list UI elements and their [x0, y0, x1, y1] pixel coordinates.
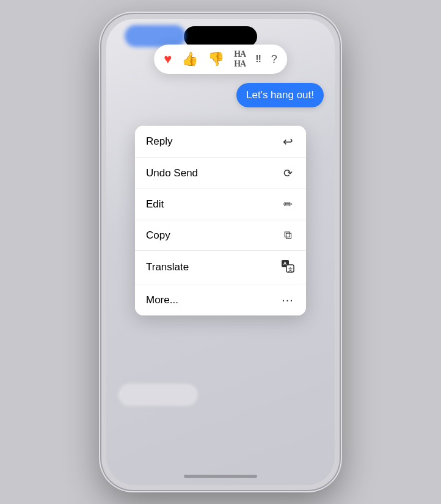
reaction-bar: ♥ 👍 👎 HAHA ‼ ? — [154, 45, 287, 74]
phone-frame: ♥ 👍 👎 HAHA ‼ ? Let's hang out! Reply ↩ U… — [101, 14, 340, 490]
more-icon: ··· — [280, 293, 295, 307]
undo-send-icon: ⟳ — [280, 167, 295, 180]
bg-bubble-blur-top — [125, 25, 186, 47]
reaction-haha[interactable]: HAHA — [234, 49, 246, 69]
menu-item-more-label: More... — [146, 294, 178, 306]
reaction-emphasis[interactable]: ‼ — [255, 54, 261, 65]
menu-item-reply-label: Reply — [146, 135, 172, 148]
phone-screen: ♥ 👍 👎 HAHA ‼ ? Let's hang out! Reply ↩ U… — [106, 19, 335, 485]
menu-item-edit[interactable]: Edit ✏ — [135, 189, 306, 220]
reply-icon: ↩ — [280, 134, 295, 149]
message-text: Let's hang out! — [246, 89, 314, 101]
svg-text:A: A — [283, 261, 286, 265]
reaction-heart[interactable]: ♥ — [164, 51, 172, 67]
menu-item-copy-label: Copy — [146, 229, 170, 242]
edit-icon: ✏ — [280, 198, 295, 211]
reaction-thumbs-up[interactable]: 👍 — [181, 51, 198, 67]
home-indicator — [184, 475, 257, 478]
dynamic-island — [184, 26, 257, 47]
svg-text:文: 文 — [288, 267, 293, 272]
reaction-question[interactable]: ? — [271, 53, 277, 66]
bg-bubble-blur-bottom — [118, 384, 198, 406]
translate-icon: A 文 — [280, 259, 295, 275]
message-bubble: Let's hang out! — [236, 83, 324, 107]
reaction-thumbs-down[interactable]: 👎 — [208, 51, 224, 67]
menu-item-copy[interactable]: Copy ⧉ — [135, 220, 306, 251]
copy-icon: ⧉ — [280, 229, 295, 242]
menu-item-translate[interactable]: Translate A 文 — [135, 251, 306, 284]
menu-item-translate-label: Translate — [146, 261, 189, 273]
menu-item-more[interactable]: More... ··· — [135, 284, 306, 315]
menu-item-undo-send[interactable]: Undo Send ⟳ — [135, 158, 306, 189]
menu-item-reply[interactable]: Reply ↩ — [135, 126, 306, 158]
context-menu: Reply ↩ Undo Send ⟳ Edit ✏ Copy ⧉ Transl… — [135, 126, 306, 315]
menu-item-undo-label: Undo Send — [146, 167, 198, 179]
menu-item-edit-label: Edit — [146, 198, 164, 211]
